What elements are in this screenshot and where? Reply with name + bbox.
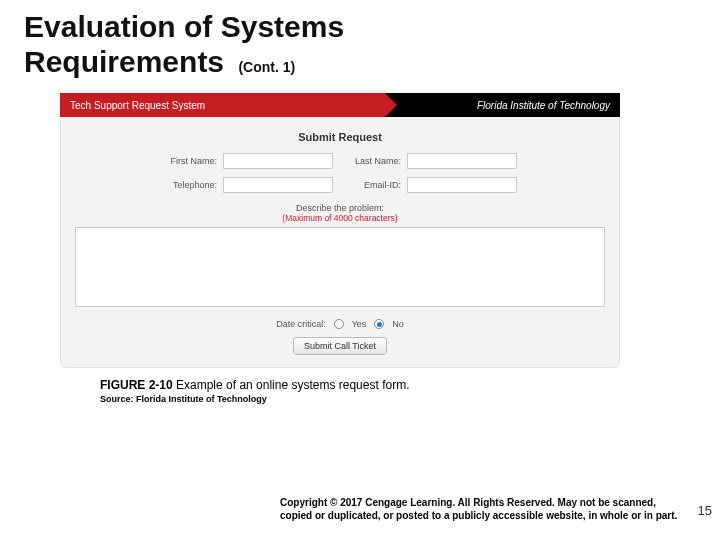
email-input[interactable]: [407, 177, 517, 193]
describe-label: Describe the problem:: [75, 203, 605, 213]
telephone-input[interactable]: [223, 177, 333, 193]
radio-no-label: No: [392, 319, 404, 329]
describe-textarea[interactable]: [75, 227, 605, 307]
title-cont: (Cont. 1): [232, 59, 295, 75]
app-title-bar: Tech Support Request System Florida Inst…: [60, 93, 620, 117]
page-number: 15: [698, 503, 712, 518]
radio-yes[interactable]: [334, 319, 344, 329]
submit-button[interactable]: Submit Call Ticket: [293, 337, 387, 355]
field-telephone: Telephone:: [163, 177, 333, 193]
request-form: Submit Request First Name: Last Name: Te…: [60, 117, 620, 368]
field-first-name: First Name:: [163, 153, 333, 169]
figure-number: FIGURE 2-10: [100, 378, 173, 392]
figure-source: Source: Florida Institute of Technology: [100, 394, 720, 404]
row-contact: Telephone: Email-ID:: [75, 177, 605, 193]
email-label: Email-ID:: [347, 180, 401, 190]
app-title-left: Tech Support Request System: [60, 93, 385, 117]
telephone-label: Telephone:: [163, 180, 217, 190]
date-critical-row: Date critical: Yes No: [75, 319, 605, 329]
radio-yes-label: Yes: [352, 319, 367, 329]
first-name-label: First Name:: [163, 156, 217, 166]
app-title-right: Florida Institute of Technology: [385, 93, 620, 117]
last-name-input[interactable]: [407, 153, 517, 169]
figure-caption: FIGURE 2-10 Example of an online systems…: [100, 378, 720, 392]
first-name-input[interactable]: [223, 153, 333, 169]
row-name: First Name: Last Name:: [75, 153, 605, 169]
field-last-name: Last Name:: [347, 153, 517, 169]
figure-container: Tech Support Request System Florida Inst…: [60, 93, 620, 368]
title-line1: Evaluation of Systems: [24, 10, 344, 43]
last-name-label: Last Name:: [347, 156, 401, 166]
copyright-notice: Copyright © 2017 Cengage Learning. All R…: [280, 497, 680, 522]
field-email: Email-ID:: [347, 177, 517, 193]
radio-no[interactable]: [374, 319, 384, 329]
title-line2: Requirements: [24, 45, 224, 78]
form-heading: Submit Request: [75, 131, 605, 143]
slide-title: Evaluation of Systems Requirements (Cont…: [0, 0, 720, 79]
figure-caption-text: Example of an online systems request for…: [173, 378, 410, 392]
date-critical-label: Date critical:: [276, 319, 326, 329]
describe-note: (Maximum of 4000 characters): [75, 213, 605, 223]
